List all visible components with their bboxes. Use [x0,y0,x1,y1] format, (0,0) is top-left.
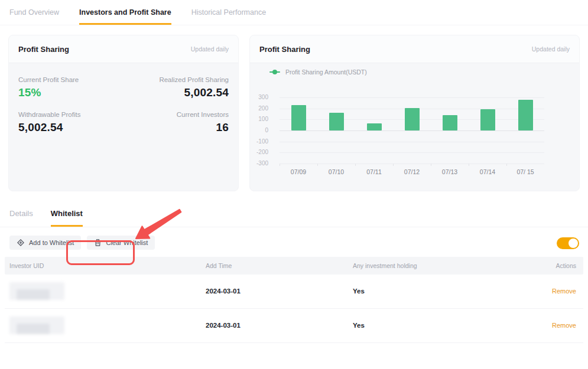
tab-investors-profit-share[interactable]: Investors and Profit Share [79,8,171,25]
summary-updated-daily: Updated daily [191,45,229,53]
y-axis-tick-label: -100 [250,138,268,145]
clear-whitelist-label: Clear Whitelist [106,239,148,246]
x-axis-tick-label: 07/10 [317,168,355,175]
bar-07-12[interactable] [405,108,420,130]
legend-series-label: Profit Sharing Amount(USDT) [285,68,367,76]
stat-label: Current Investors [124,111,229,118]
x-axis-tick [506,164,507,166]
stat-value: 15% [18,86,124,99]
stat-label: Current Profit Share [18,76,124,83]
toggle-knob [568,239,578,248]
tab-fund-overview[interactable]: Fund Overview [9,8,59,25]
x-axis-tick [431,164,431,166]
profit-sharing-chart-card: Profit Sharing Updated daily Profit Shar… [249,35,580,191]
add-time-value: 2024-03-01 [206,288,241,295]
tab-whitelist[interactable]: Whitelist [51,209,83,227]
x-axis-tick [280,164,280,166]
tab-details[interactable]: Details [9,209,33,227]
chart-gridline [280,97,544,98]
top-tab-bar: Fund Overview Investors and Profit Share… [0,0,588,25]
bar-07-14[interactable] [480,109,495,130]
clear-whitelist-button[interactable]: Clear Whitelist [87,236,155,250]
col-add-time: Add Time [206,262,232,269]
chart-updated-daily: Updated daily [532,45,570,53]
y-axis-tick-label: -200 [250,149,268,155]
stat-value: 5,002.54 [18,121,124,134]
chart-legend[interactable]: Profit Sharing Amount(USDT) [269,68,367,76]
x-axis-tick-label: 07/12 [393,168,431,175]
table-header: Investor UID Add Time Any investment hol… [5,257,583,275]
summary-card-title: Profit Sharing [18,45,69,54]
tab-historical-performance[interactable]: Historical Performance [191,8,266,25]
stat-value: 16 [124,121,229,134]
y-axis-tick-label: -300 [250,160,268,166]
chart-gridline [280,152,544,153]
redacted-uid [9,282,64,300]
profit-sharing-summary-card: Profit Sharing Updated daily Current Pro… [8,35,239,191]
table-row: 2024-03-01 Yes Remove [5,309,583,343]
whitelist-table: Investor UID Add Time Any investment hol… [5,257,583,343]
stat-label: Withdrawable Profits [18,111,124,118]
add-to-whitelist-button[interactable]: Add to Whitelist [9,236,81,250]
x-axis-tick-label: 07/13 [431,168,469,175]
x-axis-tick-label: 07/09 [280,168,317,175]
stat-realized-profit-sharing: Realized Profit Sharing 5,002.54 [124,76,229,99]
whitelist-toolbar: Add to Whitelist Clear Whitelist [0,228,588,257]
chart-card-title: Profit Sharing [259,45,310,54]
redacted-uid [9,316,64,334]
stat-value: 5,002.54 [124,86,229,99]
stat-label: Realized Profit Sharing [124,76,229,83]
remove-button[interactable]: Remove [552,288,576,295]
chart-gridline [280,164,544,164]
col-investment-holding: Any investment holding [353,262,417,269]
chart-card-header: Profit Sharing Updated daily [250,35,579,63]
page: Fund Overview Investors and Profit Share… [0,0,588,369]
remove-button[interactable]: Remove [552,322,576,329]
bar-07-11[interactable] [367,123,382,130]
legend-series-icon [269,70,280,74]
col-actions: Actions [556,262,576,269]
sub-tab-bar: Details Whitelist [0,191,588,227]
holding-value: Yes [353,288,365,295]
add-diamond-icon [17,239,25,247]
chart-gridline [280,130,544,131]
x-axis-tick-label: 07/11 [355,168,393,175]
bar-07-10[interactable] [329,113,344,130]
bar-07--15[interactable] [518,100,533,130]
bar-07-09[interactable] [291,105,306,130]
stat-current-profit-share: Current Profit Share 15% [18,76,124,99]
x-axis-tick-label: 07/ 15 [506,168,544,175]
y-axis-tick-label: 200 [250,105,268,112]
cards-row: Profit Sharing Updated daily Current Pro… [8,35,580,191]
y-axis-tick-label: 100 [250,116,268,122]
x-axis-tick-label: 07/14 [469,168,506,175]
y-axis-tick-label: 0 [250,127,268,133]
table-row: 2024-03-01 Yes Remove [5,275,583,309]
summary-card-header: Profit Sharing Updated daily [9,35,238,63]
stat-current-investors: Current Investors 16 [124,111,229,134]
x-axis-tick [469,164,469,166]
bar-07-13[interactable] [443,115,457,130]
add-to-whitelist-label: Add to Whitelist [29,239,74,246]
trash-icon [94,239,102,247]
profit-sharing-bar-chart: Profit Sharing Amount(USDT) 3002001000-1… [250,63,579,191]
summary-stats: Current Profit Share 15% Realized Profit… [9,63,238,134]
whitelist-toggle-on[interactable] [557,237,579,249]
x-axis-tick [393,164,394,166]
add-time-value: 2024-03-01 [206,322,241,329]
y-axis-tick-label: 300 [250,94,268,100]
x-axis-tick [355,164,356,166]
holding-value: Yes [353,322,365,329]
chart-gridline [280,142,544,142]
stat-withdrawable-profits: Withdrawable Profits 5,002.54 [18,111,124,134]
x-axis-tick [317,164,318,166]
col-investor-uid: Investor UID [9,262,44,269]
